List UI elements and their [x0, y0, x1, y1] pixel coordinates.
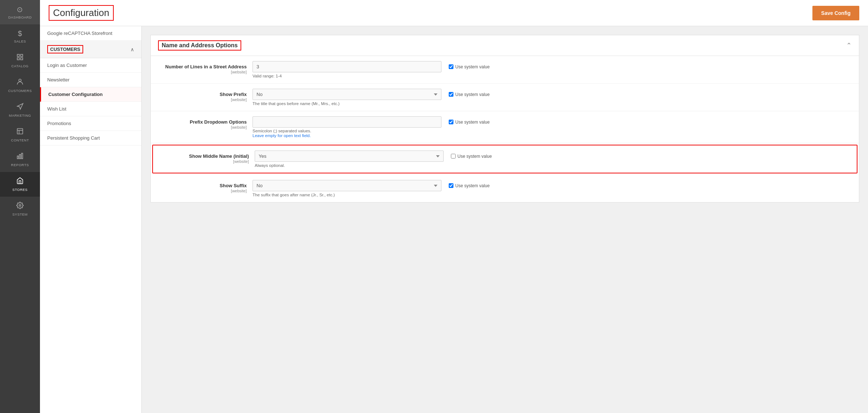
collapse-button[interactable]: ⌃: [846, 41, 852, 49]
use-system-value-label: Use system value: [449, 183, 490, 188]
config-nav-customer-configuration[interactable]: Customer Configuration: [40, 87, 141, 102]
config-card-header: Name and Address Options ⌃: [151, 35, 859, 56]
svg-point-11: [19, 205, 21, 206]
config-nav-wish-list[interactable]: Wish List: [40, 102, 141, 116]
street-lines-input[interactable]: [253, 61, 441, 72]
config-nav-login-as-customer[interactable]: Login as Customer: [40, 58, 141, 73]
field-input-row: Use system value: [253, 61, 852, 72]
reports-icon: [16, 152, 24, 161]
customers-icon: [16, 78, 24, 87]
page-title: Configuration: [49, 5, 114, 21]
use-system-value-label: Use system value: [449, 120, 490, 125]
field-hint: The suffix that goes after name (Jr., Sr…: [253, 193, 852, 197]
svg-point-4: [19, 79, 21, 82]
svg-rect-8: [17, 156, 19, 159]
field-control-col: Use system value Valid range: 1-4: [253, 61, 852, 78]
config-nav-persistent-shopping-cart[interactable]: Persistent Shopping Cart: [40, 131, 141, 145]
sidebar-item-label: SYSTEM: [12, 212, 28, 216]
field-input-row: No Yes Optional Use system value: [253, 89, 852, 100]
dashboard-icon: ⊙: [17, 5, 23, 14]
field-scope: [website]: [158, 70, 247, 74]
config-row-show-suffix: Show Suffix [website] No Yes Optional: [151, 175, 859, 202]
field-control-col: Use system value Semicolon (;) separated…: [253, 116, 852, 138]
show-suffix-select[interactable]: No Yes Optional: [253, 180, 441, 191]
use-system-value-checkbox-prefix-dd[interactable]: [449, 120, 453, 124]
field-scope: [website]: [158, 125, 247, 129]
show-prefix-select[interactable]: No Yes Optional: [253, 89, 441, 100]
sidebar-item-customers[interactable]: CUSTOMERS: [0, 73, 40, 98]
field-input-row: Yes No Use system value: [255, 151, 849, 162]
use-system-value-checkbox-prefix[interactable]: [449, 92, 453, 97]
sidebar-item-sales[interactable]: $ SALES: [0, 24, 40, 48]
svg-rect-2: [17, 58, 20, 60]
field-hint: Valid range: 1-4: [253, 74, 852, 78]
field-scope: [website]: [158, 189, 247, 193]
config-nav-promotions[interactable]: Promotions: [40, 116, 141, 131]
field-scope: [website]: [160, 159, 249, 164]
sidebar-item-label: DASHBOARD: [8, 15, 32, 19]
field-label-col: Prefix Dropdown Options [website]: [158, 116, 253, 129]
config-row-prefix-dropdown: Prefix Dropdown Options [website] Use sy…: [151, 111, 859, 143]
field-control-col: No Yes Optional Use system value The suf…: [253, 180, 852, 197]
config-nav-google-recaptcha[interactable]: Google reCAPTCHA Storefront: [40, 26, 141, 41]
sidebar-item-content[interactable]: CONTENT: [0, 123, 40, 147]
section-title: Name and Address Options: [158, 40, 241, 51]
use-system-value-checkbox-suffix[interactable]: [449, 183, 453, 188]
config-nav-newsletter[interactable]: Newsletter: [40, 73, 141, 87]
field-label-col: Number of Lines in a Street Address [web…: [158, 61, 253, 74]
content-icon: [16, 128, 24, 137]
field-input-row: Use system value: [253, 116, 852, 128]
config-nav-customers-section[interactable]: CUSTOMERS ∧: [40, 41, 141, 58]
svg-rect-5: [17, 129, 23, 134]
sidebar-item-stores[interactable]: STORES: [0, 172, 40, 197]
config-row-show-prefix: Show Prefix [website] No Yes Optional: [151, 84, 859, 111]
save-config-button[interactable]: Save Config: [812, 6, 859, 20]
sidebar-item-label: STORES: [12, 188, 28, 192]
top-header: Configuration Save Config: [40, 0, 868, 26]
field-label: Show Suffix: [220, 183, 247, 188]
chevron-up-icon: ∧: [130, 47, 134, 52]
config-panel: Name and Address Options ⌃ Number of Lin…: [142, 26, 868, 413]
catalog-icon: [16, 53, 24, 63]
sidebar-item-catalog[interactable]: CATALOG: [0, 48, 40, 73]
field-label-col: Show Prefix [website]: [158, 89, 253, 102]
customers-section-label: CUSTOMERS: [47, 45, 83, 53]
svg-rect-10: [21, 153, 23, 159]
sidebar-item-label: MARKETING: [9, 113, 31, 117]
config-nav: Google reCAPTCHA Storefront CUSTOMERS ∧ …: [40, 26, 142, 413]
config-card-name-address: Name and Address Options ⌃ Number of Lin…: [150, 35, 859, 203]
sidebar-item-reports[interactable]: REPORTS: [0, 147, 40, 172]
field-hint-2: Leave empty for open text field.: [253, 133, 852, 138]
field-input-row: No Yes Optional Use system value: [253, 180, 852, 191]
sidebar-item-label: CONTENT: [11, 138, 29, 142]
sidebar-item-system[interactable]: SYSTEM: [0, 197, 40, 221]
field-label-col: Show Suffix [website]: [158, 180, 253, 193]
sidebar: ⊙ DASHBOARD $ SALES CATALOG CUSTOMERS MA…: [0, 0, 40, 413]
use-system-value-checkbox-street[interactable]: [449, 64, 453, 69]
sidebar-item-label: CUSTOMERS: [8, 89, 32, 93]
field-label: Show Prefix: [220, 92, 247, 97]
field-scope: [website]: [158, 97, 247, 102]
content-layout: Google reCAPTCHA Storefront CUSTOMERS ∧ …: [40, 26, 868, 413]
sidebar-item-label: SALES: [14, 39, 26, 43]
sidebar-item-dashboard[interactable]: ⊙ DASHBOARD: [0, 0, 40, 24]
field-label: Show Middle Name (initial): [189, 153, 249, 159]
config-row-middle-name: Show Middle Name (initial) [website] Yes…: [152, 145, 857, 173]
sidebar-item-marketing[interactable]: MARKETING: [0, 98, 40, 123]
svg-rect-3: [21, 58, 23, 60]
sidebar-item-label: CATALOG: [11, 64, 29, 68]
svg-rect-9: [19, 155, 20, 159]
use-system-value-label: Use system value: [449, 64, 490, 69]
marketing-icon: [16, 103, 24, 112]
svg-rect-1: [21, 55, 23, 57]
show-middle-name-select[interactable]: Yes No: [255, 151, 444, 162]
field-hint: Always optional.: [255, 163, 849, 168]
use-system-value-label: Use system value: [451, 154, 492, 159]
system-icon: [16, 202, 24, 211]
field-control-col: No Yes Optional Use system value The tit…: [253, 89, 852, 106]
config-row-street-lines: Number of Lines in a Street Address [web…: [151, 56, 859, 84]
use-system-value-checkbox-middle[interactable]: [451, 154, 456, 159]
field-hint: The title that goes before name (Mr., Mr…: [253, 101, 852, 106]
field-label-col: Show Middle Name (initial) [website]: [160, 151, 255, 164]
prefix-dropdown-input[interactable]: [253, 116, 441, 128]
